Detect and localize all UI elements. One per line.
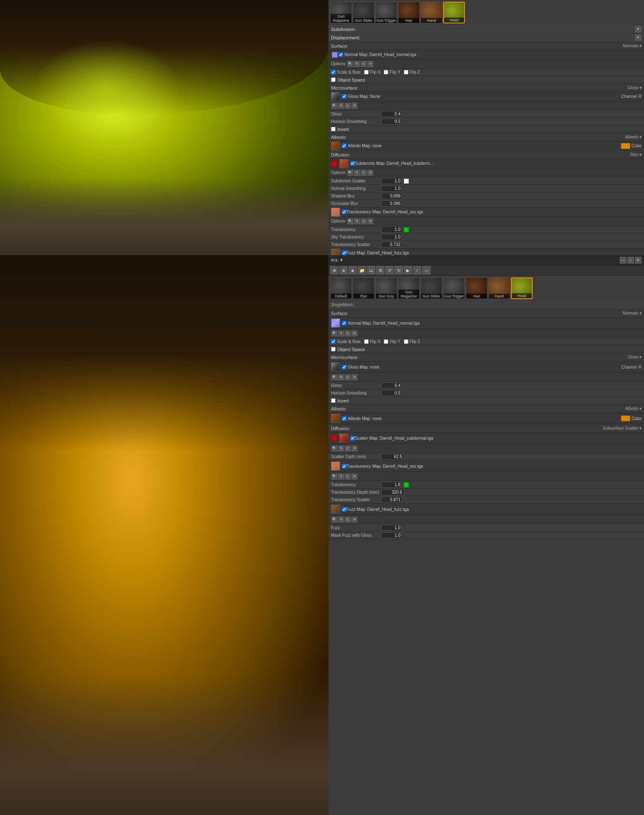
normal-map-edit-icon[interactable]: ✎	[354, 61, 360, 67]
microsurface-section-header[interactable]: Microsurface: Gloss ▾	[328, 84, 644, 92]
material-thumb-gun-slider2[interactable]: Gun Slider	[421, 277, 442, 299]
b-flip-z-checkbox[interactable]	[404, 339, 408, 344]
b-mask-fuzz-input[interactable]	[381, 532, 402, 538]
toolbar-slash-icon[interactable]: /	[413, 266, 421, 274]
b-translucency-scatter-input[interactable]	[381, 497, 402, 503]
invert-checkbox[interactable]	[331, 127, 336, 131]
b-gloss-edit-icon[interactable]: ✎	[338, 374, 344, 380]
b-flip-z-item[interactable]: Flip Z	[404, 339, 420, 344]
albedo-section-header[interactable]: Albedo: Albedo ▾	[328, 133, 644, 141]
surface-section-header[interactable]: Surface: Normals ▾	[328, 42, 644, 50]
b-scatter-copy-icon[interactable]: C	[345, 446, 351, 451]
flip-y-item[interactable]: Flip Y	[384, 70, 400, 74]
subdermis-checkbox[interactable]	[350, 161, 355, 166]
toolbar-remove-icon[interactable]: ⊗	[339, 266, 348, 274]
b-normal-search-icon[interactable]: 🔍	[331, 331, 337, 336]
sky-translucency-input[interactable]	[381, 234, 402, 240]
gloss-edit-icon[interactable]: ✎	[338, 103, 344, 109]
material-thumb-gun-trigger[interactable]: Gun Trigger	[375, 2, 397, 23]
b-flip-x-item[interactable]: Flip X	[364, 339, 381, 344]
toolbar-add-icon[interactable]: ⊕	[330, 266, 339, 274]
toolbar-folder-icon[interactable]: 📁	[358, 266, 366, 274]
b-fuzz-input[interactable]	[381, 525, 402, 531]
b-scatter-x-icon[interactable]: ✕	[352, 446, 357, 451]
scale-bias-checkbox[interactable]	[331, 70, 336, 74]
occlusion-blur-input[interactable]	[381, 200, 402, 207]
toolbar-gear-icon[interactable]: ⚙	[376, 266, 385, 274]
b-diffusion-header[interactable]: Diffusion: Subsurface Scatter ▾	[328, 424, 644, 433]
flip-z-checkbox[interactable]	[404, 70, 408, 74]
normal-map-search-icon[interactable]: 🔍	[347, 61, 353, 67]
b-fuzz-x-icon[interactable]: ✕	[352, 517, 357, 523]
flip-y-checkbox[interactable]	[384, 70, 388, 74]
translucency-input[interactable]	[381, 226, 402, 233]
toolbar-play-icon[interactable]: ▶	[404, 266, 412, 274]
b-translucency-copy-icon[interactable]: C	[345, 474, 351, 479]
object-space-checkbox[interactable]	[331, 77, 336, 82]
material-thumb-eye[interactable]: Eye	[353, 277, 375, 299]
b-gloss-search-icon[interactable]: 🔍	[331, 374, 337, 380]
subdivision-row[interactable]: Subdivision: ▾	[328, 25, 644, 33]
material-thumb-gun-grip[interactable]: Gun Grip	[375, 277, 397, 299]
translucency-edit-icon[interactable]: ✎	[354, 218, 360, 224]
material-thumb-hair2[interactable]: Hair	[466, 277, 487, 299]
b-translucency-search-icon[interactable]: 🔍	[331, 474, 337, 479]
toolbar-undo-icon[interactable]: ↺	[385, 266, 394, 274]
b-normal-x-icon[interactable]: ✕	[352, 331, 357, 336]
b-flip-y-checkbox[interactable]	[384, 339, 388, 344]
b-scatter-edit-icon[interactable]: ✎	[338, 446, 344, 451]
maximize-button[interactable]: □	[627, 257, 634, 264]
b-gloss-copy-icon[interactable]: C	[345, 374, 351, 380]
b-translucency-checkbox[interactable]	[342, 464, 346, 469]
gloss-map-checkbox[interactable]	[342, 94, 346, 99]
b-fuzz-checkbox[interactable]	[342, 507, 346, 512]
material-thumb-hand2[interactable]: Hand	[488, 277, 510, 299]
b-normal-copy-icon[interactable]: C	[345, 331, 351, 336]
translucency-search-icon[interactable]: 🔍	[347, 218, 353, 224]
b-flip-x-checkbox[interactable]	[364, 339, 369, 344]
b-surface-header[interactable]: Surface: Normals ▾	[328, 309, 644, 318]
b-object-space-checkbox[interactable]	[331, 347, 336, 351]
flip-x-item[interactable]: Flip X	[364, 70, 381, 74]
close-button[interactable]: ✕	[635, 257, 641, 264]
b-gloss-x-icon[interactable]: ✕	[352, 374, 357, 380]
subdermis-x-icon[interactable]: ✕	[367, 170, 373, 176]
translucency-x-icon[interactable]: ✕	[367, 218, 373, 224]
b-horizon-smoothing-input[interactable]	[381, 390, 402, 396]
b-fuzz-copy-icon[interactable]: C	[345, 517, 351, 523]
material-thumb-gun-magazine2[interactable]: Gun Magazine	[398, 277, 420, 299]
minimize-button[interactable]: —	[620, 257, 626, 264]
gloss-copy-icon[interactable]: C	[345, 103, 351, 109]
material-thumb-head2[interactable]: Head	[511, 277, 533, 299]
toolbar-settings-icon[interactable]: ◈	[349, 266, 357, 274]
material-thumb-gun-slider[interactable]: Gun Slider	[353, 2, 375, 23]
translucency-checkbox[interactable]	[342, 210, 346, 214]
b-fuzz-search-icon[interactable]: 🔍	[331, 517, 337, 523]
b-scale-bias-item[interactable]: Scale & Bias	[331, 339, 361, 344]
normal-map-x-icon[interactable]: ✕	[367, 61, 373, 67]
b-flip-y-item[interactable]: Flip Y	[384, 339, 400, 344]
material-thumb-hand[interactable]: Hand	[421, 2, 442, 23]
material-thumb-head[interactable]: Head	[443, 2, 465, 23]
b-translucency-depth-input[interactable]	[381, 489, 404, 495]
b-translucency-input[interactable]	[381, 482, 402, 488]
normal-map-copy-icon[interactable]: C	[361, 61, 367, 67]
b-normal-map-checkbox[interactable]	[342, 321, 346, 325]
gloss-search-icon[interactable]: 🔍	[331, 103, 337, 109]
b-scatter-depth-input[interactable]	[381, 454, 404, 460]
subdermis-copy-icon[interactable]: C	[361, 170, 367, 176]
flip-z-item[interactable]: Flip Z	[404, 70, 420, 74]
toolbar-redo-icon[interactable]: ↻	[395, 266, 403, 274]
translucency-scatter-input[interactable]	[381, 241, 402, 248]
toolbar-layers-icon[interactable]: 🗂	[367, 266, 375, 274]
material-thumb-default[interactable]: Default	[330, 277, 352, 299]
material-thumb-gun-magazine[interactable]: Gun Magazine	[330, 2, 352, 23]
normal-map-checkbox[interactable]	[339, 52, 343, 57]
b-microsurface-header[interactable]: Microsurface: Gloss ▾	[328, 353, 644, 361]
flip-x-checkbox[interactable]	[364, 70, 369, 74]
b-normal-edit-icon[interactable]: ✎	[338, 331, 344, 336]
subdermis-edit-icon[interactable]: ✎	[354, 170, 360, 176]
b-invert-checkbox[interactable]	[331, 398, 336, 403]
shadow-blur-input[interactable]	[381, 193, 402, 199]
fuzz-checkbox[interactable]	[342, 251, 346, 255]
